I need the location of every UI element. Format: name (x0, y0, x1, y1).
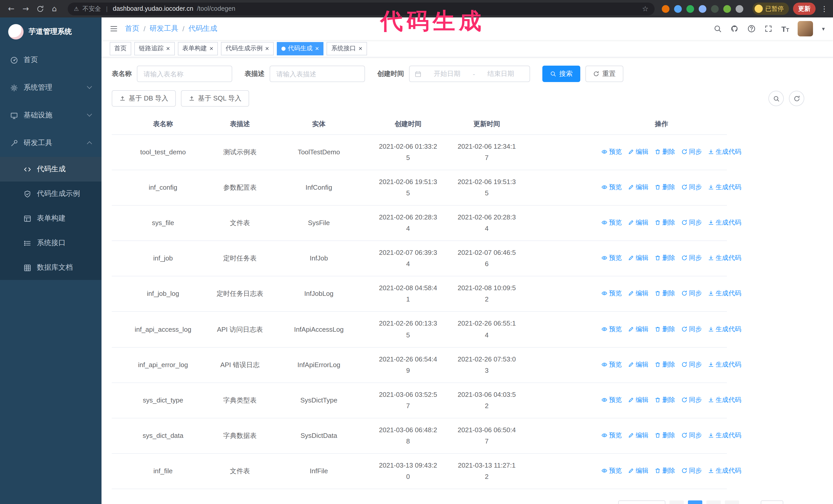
edit-link[interactable]: 编辑 (628, 359, 648, 369)
preview-link[interactable]: 预览 (601, 359, 622, 369)
next-page-button[interactable]: › (725, 501, 739, 504)
delete-link[interactable]: 删除 (654, 395, 675, 405)
generate-code-link[interactable]: 生成代码 (708, 430, 741, 440)
delete-link[interactable]: 删除 (654, 288, 675, 299)
end-date-placeholder[interactable]: 结束日期 (477, 69, 524, 78)
page-size-select[interactable]: 10条/页 ▾ (618, 501, 665, 504)
sync-link[interactable]: 同步 (681, 253, 702, 263)
home-icon[interactable]: ⌂ (48, 3, 61, 15)
edit-link[interactable]: 编辑 (628, 217, 648, 227)
update-button[interactable]: 更新 (793, 3, 815, 15)
breadcrumb-item[interactable]: 首页 (125, 24, 139, 33)
table-desc-input[interactable] (270, 66, 365, 82)
preview-link[interactable]: 预览 (601, 288, 622, 299)
page-button[interactable]: 1 (688, 501, 702, 504)
font-size-icon[interactable]: TT (781, 25, 789, 32)
user-avatar[interactable] (798, 21, 813, 37)
preview-link[interactable]: 预览 (601, 253, 622, 263)
page-button[interactable]: 2 (706, 501, 721, 504)
sync-link[interactable]: 同步 (681, 466, 702, 476)
browser-menu-icon[interactable]: ⋮ (821, 5, 828, 13)
tab[interactable]: 表单构建× (177, 42, 218, 55)
table-name-input[interactable] (137, 66, 232, 82)
tab[interactable]: 首页 (110, 42, 131, 55)
sidebar-item[interactable]: 研发工具 (0, 129, 101, 157)
generate-code-link[interactable]: 生成代码 (708, 253, 741, 263)
edit-link[interactable]: 编辑 (628, 253, 648, 263)
sidebar-subitem[interactable]: 代码生成 (0, 157, 101, 182)
toggle-search-button[interactable] (768, 91, 784, 106)
edit-link[interactable]: 编辑 (628, 395, 648, 405)
delete-link[interactable]: 删除 (654, 324, 675, 334)
user-caret-icon[interactable]: ▾ (822, 25, 825, 32)
bookmark-star-icon[interactable]: ☆ (642, 5, 648, 13)
import-sql-button[interactable]: 基于 SQL 导入 (181, 90, 249, 106)
preview-link[interactable]: 预览 (601, 217, 622, 227)
sync-link[interactable]: 同步 (681, 288, 702, 299)
check-extension[interactable] (686, 5, 694, 13)
edit-link[interactable]: 编辑 (628, 466, 648, 476)
sync-link[interactable]: 同步 (681, 146, 702, 157)
tab-close-icon[interactable]: × (359, 45, 362, 52)
generate-code-link[interactable]: 生成代码 (708, 217, 741, 227)
logo[interactable]: 芋道管理系统 (0, 18, 101, 46)
tab[interactable]: 代码生成示例× (221, 42, 273, 55)
sidebar-subitem[interactable]: 代码生成示例 (0, 182, 101, 206)
prev-page-button[interactable]: ‹ (669, 501, 684, 504)
preview-link[interactable]: 预览 (601, 182, 622, 192)
generate-code-link[interactable]: 生成代码 (708, 324, 741, 334)
start-date-placeholder[interactable]: 开始日期 (423, 69, 471, 78)
paw-extension[interactable] (723, 5, 731, 13)
sync-link[interactable]: 同步 (681, 217, 702, 227)
url-bar[interactable]: ⚠ 不安全 | dashboard.yudao.iocoder.cn/tool/… (68, 2, 654, 15)
tab-close-icon[interactable]: × (315, 45, 319, 52)
forward-icon[interactable]: → (20, 3, 32, 15)
generate-code-link[interactable]: 生成代码 (708, 182, 741, 192)
import-db-button[interactable]: 基于 DB 导入 (112, 90, 176, 106)
back-icon[interactable]: ← (5, 3, 18, 15)
delete-link[interactable]: 删除 (654, 359, 675, 369)
reload-icon[interactable] (34, 3, 46, 15)
generate-code-link[interactable]: 生成代码 (708, 395, 741, 405)
sync-link[interactable]: 同步 (681, 182, 702, 192)
badge-extension[interactable] (711, 5, 719, 13)
help-icon[interactable] (747, 25, 756, 33)
fox-extension[interactable] (662, 5, 669, 13)
delete-link[interactable]: 删除 (654, 182, 675, 192)
people-extension[interactable] (699, 5, 706, 13)
tab[interactable]: 系统接口× (327, 42, 367, 55)
github-icon[interactable] (731, 25, 739, 33)
edit-link[interactable]: 编辑 (628, 182, 648, 192)
sidebar-subitem[interactable]: 系统接口 (0, 231, 101, 255)
goto-page-input[interactable] (761, 501, 783, 504)
tab-close-icon[interactable]: × (265, 45, 269, 52)
puzzle-extension[interactable] (736, 5, 743, 13)
search-icon[interactable] (714, 25, 722, 33)
sync-link[interactable]: 同步 (681, 324, 702, 334)
edit-link[interactable]: 编辑 (628, 288, 648, 299)
breadcrumb-item[interactable]: 研发工具 (150, 24, 178, 33)
delete-link[interactable]: 删除 (654, 146, 675, 157)
edit-link[interactable]: 编辑 (628, 146, 648, 157)
breadcrumb-item[interactable]: 代码生成 (189, 24, 217, 33)
sidebar-subitem[interactable]: 表单构建 (0, 206, 101, 231)
preview-link[interactable]: 预览 (601, 395, 622, 405)
search-button[interactable]: 搜索 (542, 66, 580, 82)
fullscreen-icon[interactable] (764, 25, 772, 33)
delete-link[interactable]: 删除 (654, 430, 675, 440)
sync-link[interactable]: 同步 (681, 430, 702, 440)
drop-extension[interactable] (674, 5, 682, 13)
collapse-sidebar-icon[interactable] (110, 25, 118, 33)
delete-link[interactable]: 删除 (654, 253, 675, 263)
preview-link[interactable]: 预览 (601, 146, 622, 157)
sync-link[interactable]: 同步 (681, 395, 702, 405)
tab-close-icon[interactable]: × (209, 45, 213, 52)
generate-code-link[interactable]: 生成代码 (708, 359, 741, 369)
sidebar-item[interactable]: 系统管理 (0, 74, 101, 101)
paused-badge[interactable]: 已暂停 (753, 3, 789, 15)
delete-link[interactable]: 删除 (654, 217, 675, 227)
preview-link[interactable]: 预览 (601, 430, 622, 440)
edit-link[interactable]: 编辑 (628, 430, 648, 440)
sidebar-item[interactable]: 首页 (0, 46, 101, 74)
refresh-table-button[interactable] (789, 91, 804, 106)
